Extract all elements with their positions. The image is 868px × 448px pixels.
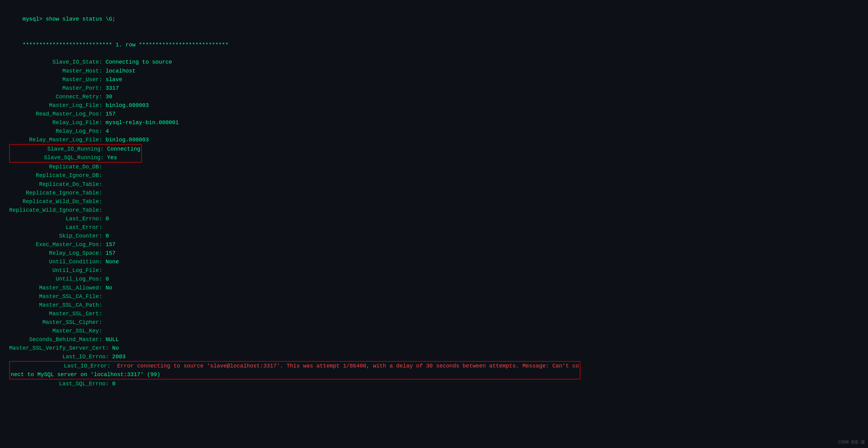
field-line-31: Master_SSL_Key:: [9, 326, 859, 335]
field-line-21: Exec_Master_Log_Pos: 157: [9, 240, 859, 249]
field-line-0: Slave_IO_State: Connecting to source: [9, 58, 859, 66]
separator-line: *************************** 1. row *****…: [9, 32, 859, 58]
field-line-18: Last_Errno: 0: [9, 214, 859, 223]
field-line-34: Last_IO_Errno: 2003: [9, 352, 859, 361]
watermark: CSDN @流-逝: [838, 439, 865, 445]
field-line-17: Replicate_Wild_Ignore_Table:: [9, 206, 859, 214]
field-line-19: Last_Error:: [9, 223, 859, 232]
field-line-15: Replicate_Ignore_Table:: [9, 189, 859, 197]
field-line-3: Master_Port: 3317: [9, 84, 859, 93]
field-line-22: Relay_Log_Space: 157: [9, 249, 859, 257]
field-line-30: Master_SSL_Cipher:: [9, 318, 859, 326]
field-line-14: Replicate_Do_Table:: [9, 180, 859, 189]
mysql-prompt: mysql> show slave status \G;: [23, 16, 115, 22]
field-line-4: Connect_Retry: 30: [9, 93, 859, 101]
field-line-37: Last_SQL_Errno: 0: [9, 379, 859, 388]
field-line-28: Master_SSL_CA_Path:: [9, 301, 859, 309]
field-line-16: Replicate_Wild_Do_Table:: [9, 197, 859, 206]
field-line-13: Replicate_Ignore_DB:: [9, 171, 859, 180]
prompt-line: mysql> show slave status \G;: [9, 6, 859, 32]
field-line-1: Master_Host: localhost: [9, 67, 859, 75]
field-io-error: Last_IO_Error: Error connecting to sourc…: [11, 361, 579, 370]
field-line-7: Relay_Log_File: mysql-relay-bin.000001: [9, 118, 859, 127]
field-line-20: Skip_Counter: 0: [9, 232, 859, 240]
field-line-27: Master_SSL_CA_File:: [9, 292, 859, 301]
field-line-26: Master_SSL_Allowed: No: [9, 284, 859, 292]
field-line-23: Until_Condition: None: [9, 257, 859, 266]
field-line-8: Relay_Log_Pos: 4: [9, 127, 859, 136]
terminal-window: mysql> show slave status \G; ***********…: [0, 0, 868, 448]
field-line-32: Seconds_Behind_Master: NULL: [9, 335, 859, 344]
field-line-33: Master_SSL_Verify_Server_Cert: No: [9, 344, 859, 352]
field-line-12: Replicate_Do_DB:: [9, 163, 859, 171]
field-io-error-cont: nect to MySQL server on 'localhost:3317'…: [11, 370, 579, 379]
field-line-6: Read_Master_Log_Pos: 157: [9, 110, 859, 118]
field-sql-running: Slave_SQL_Running: Yes: [11, 153, 140, 162]
field-line-25: Until_Log_Pos: 0: [9, 275, 859, 283]
field-line-24: Until_Log_File:: [9, 266, 859, 275]
field-line-2: Master_User: slave: [9, 75, 859, 84]
field-io-running: Slave_IO_Running: Connecting: [11, 145, 140, 153]
field-line-29: Master_SSL_Cert:: [9, 309, 859, 318]
field-line-9: Relay_Master_Log_File: binlog.000003: [9, 136, 859, 144]
field-line-5: Master_Log_File: binlog.000003: [9, 101, 859, 110]
fields-container: Slave_IO_State: Connecting to source Mas…: [9, 58, 859, 388]
